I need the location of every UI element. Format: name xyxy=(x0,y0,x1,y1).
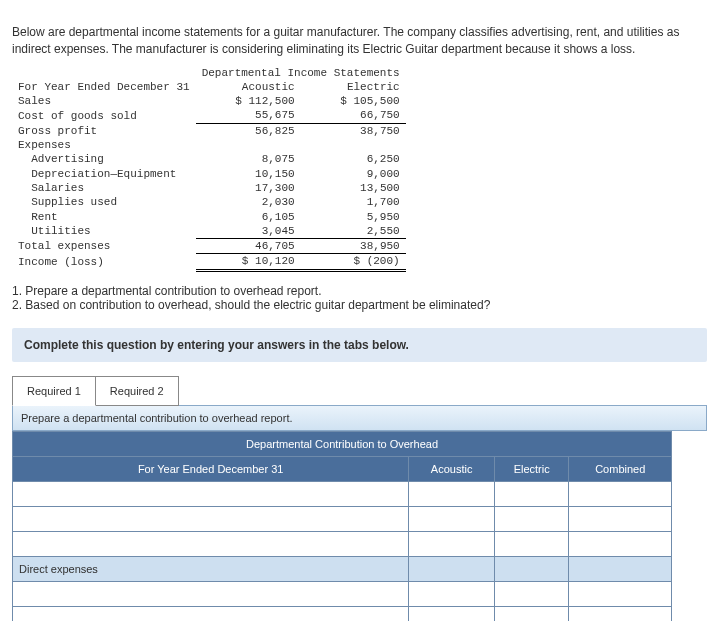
questions-block: 1. Prepare a departmental contribution t… xyxy=(12,284,707,312)
row-advertising: Advertising xyxy=(12,152,196,166)
row-expenses: Expenses xyxy=(12,138,196,152)
question-2: 2. Based on contribution to overhead, sh… xyxy=(12,298,707,312)
row-direct-expenses: Direct expenses xyxy=(13,556,672,581)
table-row xyxy=(13,581,672,606)
stmt-period: For Year Ended December 31 xyxy=(12,80,196,94)
panel-instruction: Prepare a departmental contribution to o… xyxy=(12,405,707,431)
header-period: For Year Ended December 31 xyxy=(13,456,409,481)
row-cogs: Cost of goods sold xyxy=(12,108,196,123)
row-supplies: Supplies used xyxy=(12,195,196,209)
panel-title: Departmental Contribution to Overhead xyxy=(13,431,672,456)
row-rent: Rent xyxy=(12,210,196,224)
row-salaries: Salaries xyxy=(12,181,196,195)
row-gross-profit: Gross profit xyxy=(12,123,196,138)
col-electric: Electric xyxy=(301,80,406,94)
income-statement-table: Departmental Income Statements For Year … xyxy=(12,66,406,272)
table-row xyxy=(13,531,672,556)
row-income-loss: Income (loss) xyxy=(12,254,196,270)
header-acoustic: Acoustic xyxy=(409,456,495,481)
table-row xyxy=(13,481,672,506)
instruction-banner: Complete this question by entering your … xyxy=(12,328,707,362)
intro-text: Below are departmental income statements… xyxy=(12,24,707,58)
tab-required-1[interactable]: Required 1 xyxy=(12,376,96,406)
stmt-title: Departmental Income Statements xyxy=(196,66,406,80)
header-electric: Electric xyxy=(494,456,569,481)
tab-required-2[interactable]: Required 2 xyxy=(95,376,179,406)
row-total-expenses: Total expenses xyxy=(12,239,196,254)
table-row xyxy=(13,506,672,531)
contribution-table: Departmental Contribution to Overhead Fo… xyxy=(12,431,672,621)
table-row xyxy=(13,606,672,621)
row-utilities: Utilities xyxy=(12,224,196,239)
question-1: 1. Prepare a departmental contribution t… xyxy=(12,284,707,298)
col-acoustic: Acoustic xyxy=(196,80,301,94)
row-depreciation: Depreciation—Equipment xyxy=(12,167,196,181)
row-sales: Sales xyxy=(12,94,196,108)
header-combined: Combined xyxy=(569,456,672,481)
tabs: Required 1 Required 2 xyxy=(12,376,707,406)
